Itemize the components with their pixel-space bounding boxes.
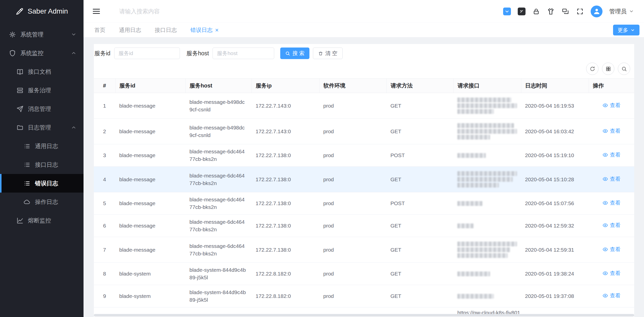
cell-method: POST (386, 144, 453, 167)
view-button[interactable]: 查看 (602, 246, 621, 253)
sidebar-item-system-monitor[interactable]: 系统监控 (0, 44, 84, 62)
cell-actions: 查看 (589, 144, 634, 167)
service-host-input[interactable] (213, 48, 274, 59)
sidebar-item-api-log[interactable]: 接口日志 (0, 155, 84, 174)
sidebar-item-system-management[interactable]: 系统管理 (0, 25, 84, 44)
app-title: Saber Admin (28, 7, 68, 15)
view-button[interactable]: 查看 (602, 199, 621, 207)
menu-toggle-icon[interactable] (92, 7, 101, 16)
cell-env: prod (319, 167, 386, 192)
clear-button[interactable]: 清 空 (313, 48, 343, 59)
search-button[interactable]: 搜 索 (280, 48, 309, 59)
view-button[interactable]: 查看 (602, 269, 621, 277)
error-log-card: 服务id 服务host 搜 索 清 空 (94, 44, 634, 317)
view-button-label: 查看 (610, 199, 621, 207)
table-row: 7 blade-message blade-message-6dc46477cb… (94, 237, 634, 263)
tab-error-log[interactable]: 错误日志 × (184, 23, 225, 37)
table-row: 4 blade-message blade-message-6dc46477cb… (94, 167, 634, 192)
view-button-label: 查看 (610, 269, 621, 277)
table-search-button[interactable] (618, 63, 630, 75)
sidebar-item-api-docs[interactable]: 接口文档 (0, 62, 84, 81)
menu-item-label: 熔断监控 (28, 217, 51, 224)
cell-env: prod (319, 119, 386, 144)
close-tab-icon[interactable]: × (215, 27, 219, 33)
cell-service-host: blade-message-6dc46477cb-bks2n (185, 237, 252, 263)
cell-method: POST (386, 192, 453, 215)
redacted-line (457, 294, 494, 299)
cell-time: 2020-05-04 15:07:56 (521, 192, 589, 215)
service-host-label: 服务host (186, 50, 209, 57)
menu-item-label: 错误日志 (35, 179, 58, 187)
scrollbar-thumb[interactable] (94, 314, 634, 316)
app-root: Saber Admin 系统管理 系统监控 接口文档 服务治理 (0, 0, 644, 317)
multi-window-icon[interactable] (561, 8, 569, 15)
more-button[interactable]: 更多 (613, 25, 639, 35)
eye-icon (602, 222, 608, 228)
view-button-label: 查看 (610, 127, 621, 135)
menu-item-label: 通用日志 (35, 142, 58, 150)
cell-api (453, 285, 521, 307)
column-settings-button[interactable] (602, 63, 614, 75)
tab-label: 首页 (94, 23, 105, 37)
table-row: 2 blade-message blade-message-b498dc9cf-… (94, 119, 634, 144)
avatar[interactable] (591, 6, 602, 17)
sidebar-item-service-governance[interactable]: 服务治理 (0, 81, 84, 100)
screenshot-icon[interactable] (518, 8, 526, 15)
service-id-input[interactable] (114, 48, 180, 59)
sidebar-item-message-management[interactable]: 消息管理 (0, 100, 84, 118)
fullscreen-icon[interactable] (576, 8, 584, 15)
redacted-line (457, 98, 511, 102)
redacted-line (457, 103, 517, 108)
menu-item-label: 消息管理 (28, 105, 51, 113)
cell-service-ip: 172.22.7.143:0 (252, 93, 319, 119)
chevron-down-icon (630, 28, 635, 32)
cell-env: prod (319, 93, 386, 119)
cell-env: prod (319, 215, 386, 237)
collapse-toggle-icon[interactable] (503, 8, 511, 15)
view-button[interactable]: 查看 (602, 221, 621, 229)
tab-general-log[interactable]: 通用日志 (112, 23, 148, 37)
redacted-line (457, 129, 517, 134)
tab-label: 错误日志 (190, 23, 213, 37)
cell-method: GET (386, 93, 453, 119)
redacted-line (457, 253, 508, 258)
cell-method: GET (386, 215, 453, 237)
global-search-input[interactable] (119, 8, 228, 15)
refresh-button[interactable] (586, 63, 598, 75)
view-button[interactable]: 查看 (602, 292, 621, 299)
cell-service-ip: 172.22.7.138:0 (252, 167, 319, 192)
clear-button-label: 清 空 (325, 50, 337, 57)
more-button-label: 更多 (618, 27, 628, 34)
sidebar-item-error-log[interactable]: 错误日志 (0, 174, 84, 193)
menu-item-label: 系统管理 (20, 31, 44, 38)
sidebar-item-circuit-breaker-monitor[interactable]: 熔断监控 (0, 211, 84, 230)
horizontal-scrollbar[interactable] (94, 314, 634, 316)
redacted-line (457, 247, 510, 252)
view-button[interactable]: 查看 (602, 102, 621, 109)
tab-api-log[interactable]: 接口日志 (148, 23, 184, 37)
sidebar-item-general-log[interactable]: 通用日志 (0, 137, 84, 155)
col-header-api: 请求接口 (453, 79, 521, 93)
view-button[interactable]: 查看 (602, 175, 621, 183)
menu-item-label: 日志管理 (28, 124, 51, 131)
sidebar-item-log-management[interactable]: 日志管理 (0, 118, 84, 137)
menu-item-label: 服务治理 (28, 86, 51, 94)
cell-env: prod (319, 237, 386, 263)
filter-form: 服务id 服务host 搜 索 清 空 (94, 48, 634, 59)
cell-service-host: blade-system-844d9c4b89-j5k5l (185, 263, 252, 285)
cell-service-ip: 172.22.8.182:0 (252, 263, 319, 285)
cell-actions: 查看 (589, 215, 634, 237)
eye-icon (602, 152, 608, 158)
tab-home[interactable]: 首页 (88, 23, 112, 37)
view-button[interactable]: 查看 (602, 151, 621, 159)
grid-icon (606, 66, 611, 72)
theme-icon[interactable] (547, 8, 555, 15)
cell-method: GET (386, 237, 453, 263)
view-button[interactable]: 查看 (602, 127, 621, 135)
lock-icon[interactable] (532, 8, 540, 15)
logo[interactable]: Saber Admin (0, 0, 84, 23)
cell-api (453, 215, 521, 237)
user-menu[interactable]: 管理员 (609, 8, 634, 15)
sidebar-item-operation-log[interactable]: 操作日志 (0, 193, 84, 211)
search-button-label: 搜 索 (292, 50, 304, 57)
